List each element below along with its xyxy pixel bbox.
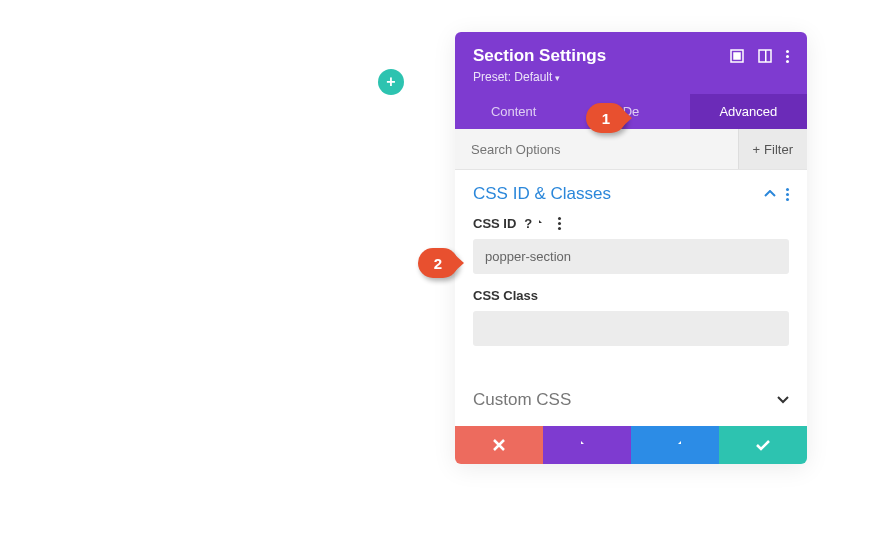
svg-rect-1 xyxy=(734,53,740,59)
custom-css-title: Custom CSS xyxy=(473,390,571,410)
close-icon xyxy=(493,439,505,451)
custom-css-section[interactable]: Custom CSS xyxy=(455,374,807,426)
preset-dropdown[interactable]: Preset: Default xyxy=(473,70,789,84)
add-section-button[interactable]: + xyxy=(378,69,404,95)
chevron-down-icon xyxy=(777,396,789,404)
css-id-classes-section: CSS ID & Classes CSS ID ? CSS Class xyxy=(455,170,807,374)
chevron-up-icon[interactable] xyxy=(764,190,776,198)
reset-icon[interactable] xyxy=(538,217,552,231)
section-more-icon[interactable] xyxy=(786,188,789,201)
panel-title: Section Settings xyxy=(473,46,606,66)
callout-1-number: 1 xyxy=(602,110,610,127)
help-icon[interactable]: ? xyxy=(524,216,532,231)
section-settings-panel: Section Settings Preset: Default Content… xyxy=(455,32,807,464)
cancel-button[interactable] xyxy=(455,426,543,464)
footer-actions xyxy=(455,426,807,464)
redo-icon xyxy=(667,437,683,453)
undo-button[interactable] xyxy=(543,426,631,464)
filter-button[interactable]: + Filter xyxy=(738,129,807,169)
css-id-label: CSS ID xyxy=(473,216,516,231)
check-icon xyxy=(756,440,770,451)
save-button[interactable] xyxy=(719,426,807,464)
css-id-input[interactable] xyxy=(473,239,789,274)
search-input[interactable] xyxy=(455,130,738,169)
svg-rect-3 xyxy=(765,50,767,62)
layout-icon[interactable] xyxy=(758,49,772,63)
tab-advanced[interactable]: Advanced xyxy=(690,94,807,129)
field-more-icon[interactable] xyxy=(558,217,561,230)
css-id-field: CSS ID ? xyxy=(473,216,789,274)
css-class-field: CSS Class xyxy=(473,288,789,346)
expand-icon[interactable] xyxy=(730,49,744,63)
header-icons xyxy=(730,49,789,63)
tab-content[interactable]: Content xyxy=(455,94,572,129)
redo-button[interactable] xyxy=(631,426,719,464)
plus-icon: + xyxy=(753,142,761,157)
css-class-input[interactable] xyxy=(473,311,789,346)
callout-1: 1 xyxy=(586,103,626,133)
undo-icon xyxy=(579,437,595,453)
search-row: + Filter xyxy=(455,129,807,170)
callout-2-number: 2 xyxy=(434,255,442,272)
section-title: CSS ID & Classes xyxy=(473,184,611,204)
panel-header: Section Settings Preset: Default xyxy=(455,32,807,94)
css-class-label: CSS Class xyxy=(473,288,538,303)
callout-2: 2 xyxy=(418,248,458,278)
plus-icon: + xyxy=(386,73,395,91)
more-icon[interactable] xyxy=(786,50,789,63)
filter-label: Filter xyxy=(764,142,793,157)
